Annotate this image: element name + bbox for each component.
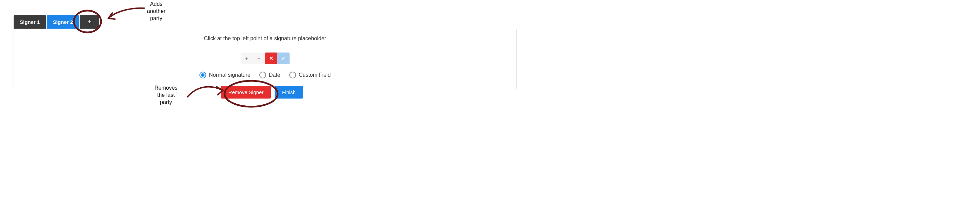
radio-date[interactable]: Date (259, 72, 280, 78)
annotation-remove-party: Removes the last party (154, 85, 178, 106)
radio-label: Custom Field (299, 72, 331, 78)
radio-custom-field[interactable]: Custom Field (289, 72, 331, 78)
placeholder-toolbar: + − ✕ ✓ (240, 53, 290, 64)
signer-tabs: Signer 1 Signer 2 + (14, 15, 100, 29)
instruction-text: Click at the top left point of a signatu… (14, 35, 516, 42)
finish-button[interactable]: Finish (275, 86, 303, 99)
tab-signer-2[interactable]: Signer 2 (47, 15, 79, 29)
bottom-button-row: Remove Signer Finish (0, 86, 524, 99)
radio-icon (199, 72, 206, 78)
minus-icon: − (258, 56, 261, 61)
annotation-add-party: Adds another party (147, 1, 165, 22)
radio-normal-signature[interactable]: Normal signature (199, 72, 250, 78)
radio-label: Date (269, 72, 280, 78)
tab-add-signer[interactable]: + (80, 15, 99, 29)
tab-signer-1[interactable]: Signer 1 (14, 15, 46, 29)
close-icon: ✕ (269, 55, 274, 61)
signature-type-radios: Normal signature Date Custom Field (14, 72, 516, 78)
signature-panel: Click at the top left point of a signatu… (14, 29, 517, 89)
plus-icon: + (245, 56, 248, 61)
zoom-in-button[interactable]: + (240, 53, 253, 64)
confirm-button[interactable]: ✓ (277, 53, 290, 64)
cancel-button[interactable]: ✕ (265, 53, 277, 64)
radio-label: Normal signature (209, 72, 250, 78)
radio-icon (259, 72, 266, 78)
radio-icon (289, 72, 296, 78)
zoom-out-button[interactable]: − (253, 53, 265, 64)
remove-signer-button[interactable]: Remove Signer (221, 86, 271, 99)
check-icon: ✓ (282, 55, 286, 61)
